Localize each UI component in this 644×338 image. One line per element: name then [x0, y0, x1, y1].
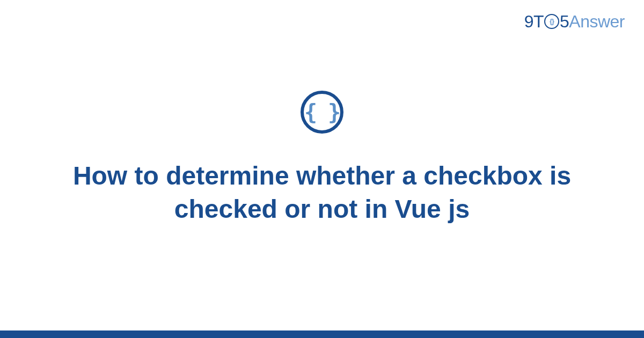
bottom-accent-bar	[0, 330, 644, 338]
brand-logo: 9T {} 5 Answer	[524, 12, 625, 32]
brand-circle-icon: {}	[544, 14, 559, 29]
brand-text-9t: 9T	[524, 12, 544, 32]
brand-text-answer: Answer	[569, 12, 625, 32]
brand-text-5: 5	[560, 12, 569, 32]
page-title: How to determine whether a checkbox is c…	[64, 159, 580, 226]
braces-glyph: { }	[304, 100, 340, 124]
main-content: { } How to determine whether a checkbox …	[0, 0, 644, 338]
brand-circle-braces: {}	[550, 17, 554, 25]
code-braces-icon: { }	[301, 91, 343, 134]
